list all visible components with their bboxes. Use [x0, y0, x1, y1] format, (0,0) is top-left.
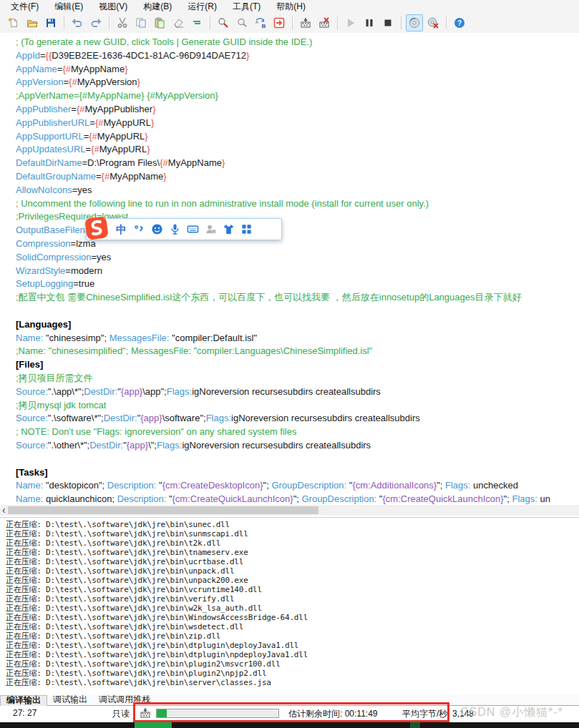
code-line[interactable]: SolidCompression=yes: [0, 251, 579, 265]
code-token: ": [156, 480, 162, 491]
erase-button[interactable]: [170, 14, 187, 31]
code-line[interactable]: Name: "desktopicon"; Description: "{cm:C…: [0, 479, 579, 493]
code-token: {#: [89, 131, 97, 142]
code-token: {cm:CreateDesktopIcon}: [162, 480, 263, 491]
ime-chinese-mode-icon[interactable]: 中: [112, 222, 130, 237]
code-line[interactable]: AppPublisherURL={#MyAppURL}: [0, 117, 579, 130]
scroll-left-arrow-icon[interactable]: ‹: [2, 505, 6, 516]
ime-emoji-icon[interactable]: [148, 222, 166, 237]
code-line[interactable]: [0, 453, 579, 466]
menu-file[interactable]: 文件(F): [3, 0, 47, 13]
code-token: AppName: [16, 64, 57, 74]
code-line[interactable]: AppId={{D39EB2EE-1636-4DC1-81AC-96D914DA…: [0, 49, 579, 63]
find-button[interactable]: [233, 14, 250, 31]
code-line[interactable]: [Languages]: [0, 318, 579, 332]
menu-help[interactable]: 帮助(H): [268, 0, 313, 13]
code-token: Flags:: [206, 413, 231, 423]
code-token: DestDir:: [104, 413, 137, 423]
undo-icon: [72, 17, 83, 29]
code-line[interactable]: AppUpdatesURL={#MyAppURL}: [0, 143, 579, 157]
run-installer-button[interactable]: [406, 14, 423, 31]
sogou-logo-icon[interactable]: [84, 215, 110, 242]
ime-voice-icon[interactable]: [166, 222, 184, 237]
menu-build[interactable]: 构建(B): [135, 0, 180, 13]
code-line[interactable]: ;Name: "chinesesimplified"; MessagesFile…: [0, 345, 579, 358]
code-line[interactable]: [Files]: [0, 358, 579, 372]
code-line[interactable]: WizardStyle=modern: [0, 265, 579, 278]
code-line[interactable]: Name: "chinesesimp"; MessagesFile: "comp…: [0, 332, 579, 345]
code-line[interactable]: Source:".\other\*";DestDir:"{app}\";Flag…: [0, 439, 579, 453]
code-line[interactable]: ;拷贝项目所需文件: [0, 372, 579, 385]
code-line[interactable]: ; NOTE: Don't use "Flags: ignoreversion"…: [0, 426, 579, 439]
code-line[interactable]: ; Uncomment the following line to run in…: [0, 197, 579, 211]
redo-button[interactable]: [87, 14, 104, 31]
code-line[interactable]: SetupLogging=true: [0, 277, 579, 291]
code-line[interactable]: DefaultGroupName={#MyAppName}: [0, 170, 579, 184]
save-file-button[interactable]: [42, 14, 59, 31]
tab-compile-output[interactable]: 编译输出: [0, 695, 47, 706]
code-editor[interactable]: ; (To generate a new GUID, click Tools |…: [0, 33, 579, 508]
code-line[interactable]: Source:".\app\*";DestDir:"{app}\app";Fla…: [0, 385, 579, 399]
terminate-installer-button[interactable]: [424, 14, 442, 31]
code-token: }: [147, 144, 150, 154]
check-syntax-icon: [218, 17, 229, 29]
compiler-output-panel[interactable]: 正在压缩: D:\test\.\software\jdk\jre\bin\sun…: [0, 517, 579, 698]
help-button[interactable]: ?: [451, 14, 468, 31]
copy-button[interactable]: [132, 14, 150, 31]
code-line[interactable]: [Tasks]: [0, 466, 579, 480]
save-file-icon: [45, 17, 57, 29]
code-token: Name:: [16, 333, 43, 343]
hscrollbar-thumb[interactable]: [8, 506, 318, 514]
new-file-button[interactable]: [5, 14, 22, 31]
code-line[interactable]: AppPublisher={#MyAppPublisher}: [0, 103, 579, 117]
code-token: [Files]: [16, 359, 43, 370]
exit-run-button[interactable]: [271, 14, 288, 31]
check-syntax-button[interactable]: [215, 14, 232, 31]
code-line[interactable]: ;拷贝mysql jdk tomcat: [0, 399, 579, 413]
code-line[interactable]: DefaultDirName=D:\Program Files\{#MyAppN…: [0, 157, 579, 170]
code-line[interactable]: ;AppVerName={#MyAppName} {#MyAppVersion}: [0, 89, 579, 103]
code-line[interactable]: ; (To generate a new GUID, click Tools |…: [0, 36, 579, 49]
stop-compile-button[interactable]: [316, 14, 333, 31]
stop-button[interactable]: [379, 14, 396, 31]
code-token: ; NOTE: Don't use "Flags: ignoreversion"…: [16, 426, 297, 437]
code-token: quicklaunchicon;: [43, 493, 117, 504]
code-line[interactable]: ;配置中文包 需要ChineseSimplified.isl这个东西，可以百度下…: [0, 291, 579, 305]
ime-profile-icon[interactable]: [202, 222, 220, 237]
code-token: SetupLogging: [16, 278, 73, 289]
code-line[interactable]: AppSupportURL={#MyAppURL}: [0, 130, 579, 144]
menu-edit[interactable]: 编辑(E): [47, 0, 91, 13]
compile-button[interactable]: [297, 14, 314, 31]
code-token: Description:: [117, 493, 167, 504]
open-file-button[interactable]: [24, 14, 41, 31]
format-button[interactable]: [188, 14, 205, 31]
tab-debug-output[interactable]: 调试输出: [47, 695, 93, 705]
code-token: Name:: [16, 480, 43, 491]
ime-soft-keyboard-icon[interactable]: [184, 222, 202, 237]
code-token: \";: [148, 440, 157, 451]
code-line[interactable]: Source:".\software\*";DestDir:"{app}\sof…: [0, 412, 579, 426]
code-token: [Languages]: [16, 319, 71, 330]
editor-hscrollbar[interactable]: ‹: [0, 505, 579, 516]
undo-button[interactable]: [69, 14, 86, 31]
menu-run[interactable]: 运行(R): [180, 0, 225, 13]
code-line[interactable]: [0, 305, 579, 318]
svg-text:B: B: [262, 23, 266, 29]
ime-toolbar[interactable]: 中: [86, 218, 282, 240]
run-button[interactable]: [342, 14, 359, 31]
code-line[interactable]: AppVersion={#MyAppVersion}: [0, 76, 579, 89]
code-line[interactable]: AllowNoIcons=yes: [0, 184, 579, 197]
taskbar-progress-dim: [410, 722, 420, 728]
cut-button[interactable]: [114, 14, 131, 31]
ime-toolbox-icon[interactable]: [238, 222, 256, 237]
menu-view[interactable]: 视图(V): [91, 0, 135, 13]
menu-tools[interactable]: 工具(T): [225, 0, 268, 13]
ime-punctuation-icon[interactable]: [130, 222, 148, 237]
code-token: AppId: [16, 50, 40, 61]
ime-skin-icon[interactable]: [220, 222, 238, 237]
code-line[interactable]: AppName={#MyAppName}: [0, 63, 579, 77]
goto-ab-button[interactable]: AB: [252, 14, 269, 31]
paste-button[interactable]: [151, 14, 168, 31]
pause-button[interactable]: [361, 14, 378, 31]
code-token: DefaultDirName: [16, 157, 82, 168]
